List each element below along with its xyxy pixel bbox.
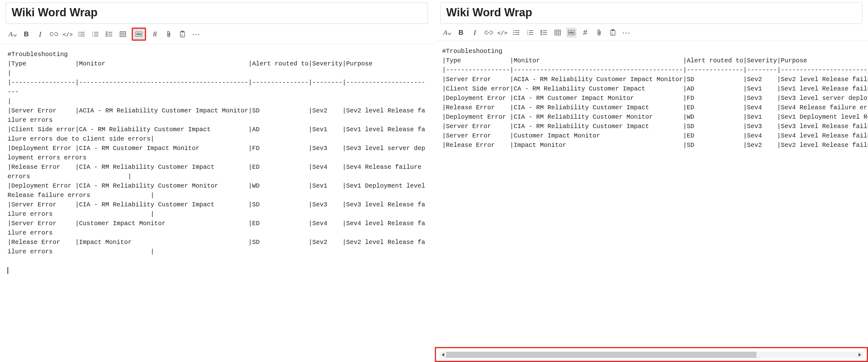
page-title: Wiki Word Wrap: [11, 6, 422, 19]
bold-button[interactable]: B: [456, 28, 466, 38]
svg-text:{}: {}: [612, 32, 614, 35]
horizontal-scrollbar[interactable]: [439, 352, 864, 358]
attachment-button[interactable]: [594, 28, 604, 38]
horizontal-scrollbar-highlight: [435, 347, 868, 362]
content-body: | |Server Error |ACIA - RM Reliability C…: [7, 98, 429, 255]
svg-text:3: 3: [527, 34, 528, 35]
scroll-left-arrow-icon[interactable]: [442, 353, 444, 357]
scrollbar-thumb[interactable]: [446, 352, 756, 358]
svg-rect-12: [106, 32, 107, 33]
italic-button[interactable]: I: [35, 29, 45, 39]
link-button[interactable]: [484, 28, 494, 38]
table-button[interactable]: [118, 29, 128, 39]
code-button[interactable]: </>: [497, 28, 507, 38]
mention-button[interactable]: #: [150, 29, 160, 39]
svg-rect-42: [541, 34, 542, 35]
toolbar: A B I </> 123 Abc # {} ···: [0, 24, 434, 44]
paste-button[interactable]: {}: [178, 29, 187, 39]
title-input-wrap[interactable]: Wiki Word Wrap: [440, 2, 863, 24]
editor-pane-left: Wiki Word Wrap A B I </> 123 Abc #: [0, 0, 434, 362]
word-wrap-button[interactable]: Abc: [566, 28, 577, 38]
svg-rect-38: [541, 30, 542, 31]
text-cursor: [7, 267, 8, 274]
text-format-button[interactable]: A: [7, 29, 18, 39]
svg-rect-18: [120, 32, 126, 37]
attachment-button[interactable]: [164, 29, 174, 39]
svg-point-2: [79, 34, 79, 34]
page-title: Wiki Word Wrap: [446, 6, 857, 19]
code-button[interactable]: </>: [63, 29, 73, 39]
text-format-button[interactable]: A: [442, 28, 452, 38]
content-header: #Troubleshooting |Type |Monitor |Alert r…: [7, 51, 425, 96]
title-input-wrap[interactable]: Wiki Word Wrap: [6, 2, 428, 24]
more-button[interactable]: ···: [622, 28, 632, 38]
svg-text:{}: {}: [181, 34, 183, 36]
svg-point-0: [79, 32, 79, 33]
bullet-list-button[interactable]: [511, 28, 521, 38]
numbered-list-button[interactable]: 123: [525, 28, 535, 38]
svg-rect-14: [106, 34, 107, 35]
bullet-list-button[interactable]: [76, 29, 87, 39]
italic-button[interactable]: I: [470, 28, 480, 38]
editor-content-nowrap[interactable]: #Troubleshooting |Type |Monitor |Alert r…: [435, 41, 868, 362]
mention-button[interactable]: #: [580, 28, 590, 38]
svg-rect-44: [555, 30, 560, 35]
svg-point-30: [513, 34, 514, 35]
svg-point-26: [513, 30, 514, 31]
bold-button[interactable]: B: [21, 29, 31, 39]
editor-pane-right: Wiki Word Wrap A B I </> 123 Abc #: [435, 0, 868, 362]
svg-text:3: 3: [92, 35, 93, 37]
checklist-button[interactable]: [539, 28, 549, 38]
more-button[interactable]: ···: [191, 29, 201, 39]
toolbar: A B I </> 123 Abc # {} ···: [435, 24, 868, 41]
scroll-right-arrow-icon[interactable]: [859, 353, 861, 357]
svg-rect-40: [541, 32, 542, 33]
numbered-list-button[interactable]: 123: [90, 29, 100, 39]
paste-button[interactable]: {}: [608, 28, 618, 38]
checklist-button[interactable]: [104, 29, 114, 39]
word-wrap-button[interactable]: Abc: [132, 28, 146, 41]
svg-point-4: [79, 35, 79, 36]
svg-point-28: [513, 32, 514, 33]
editor-content-wrapped[interactable]: #Troubleshooting |Type |Monitor |Alert r…: [0, 44, 434, 362]
link-button[interactable]: [49, 29, 59, 39]
svg-rect-16: [106, 35, 107, 37]
table-button[interactable]: [553, 28, 563, 38]
